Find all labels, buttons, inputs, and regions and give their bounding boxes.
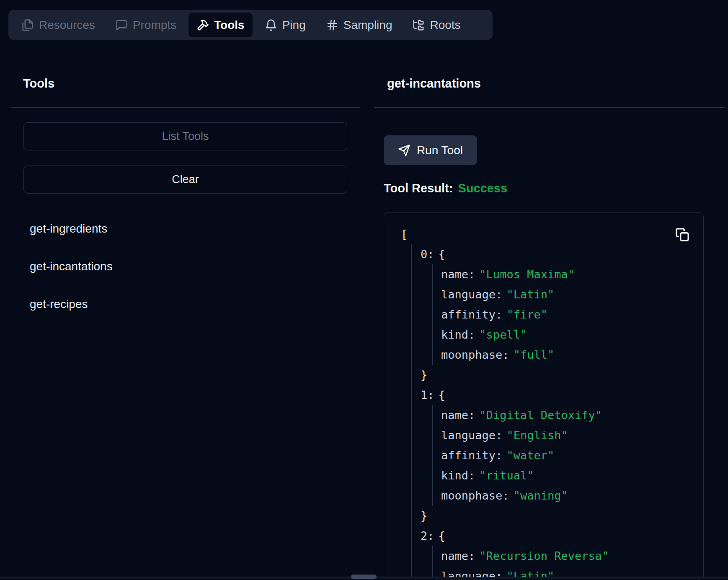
clear-button[interactable]: Clear — [23, 166, 347, 194]
tab-prompts[interactable]: Prompts — [107, 13, 184, 37]
tab-resources[interactable]: Resources — [13, 13, 103, 37]
message-square-icon — [115, 19, 128, 31]
entry-index: 2: — [421, 529, 434, 542]
json-object-children: name:"Lumos Maxima" language:"Latin" aff… — [432, 264, 674, 365]
tab-sampling[interactable]: Sampling — [318, 13, 400, 37]
json-property: moonphase:"full" — [441, 345, 674, 365]
json-property: moonphase:"waning" — [441, 486, 674, 506]
pane-resize-handle[interactable] — [351, 575, 377, 579]
json-object-children: name:"Recursion Reversa" language:"Latin… — [432, 546, 674, 580]
tool-list-item-get-recipes[interactable]: get-recipes — [30, 294, 113, 314]
files-icon — [21, 19, 34, 31]
tab-label: Ping — [282, 18, 306, 32]
json-object-children: name:"Digital Detoxify" language:"Englis… — [432, 405, 674, 506]
tab-ping[interactable]: Ping — [257, 13, 314, 37]
json-property: name:"Recursion Reversa" — [441, 546, 674, 566]
status-badge: Success — [458, 181, 507, 195]
left-panel-divider — [10, 107, 360, 108]
object-close-bracket: } — [421, 368, 427, 381]
tab-tools[interactable]: Tools — [188, 13, 253, 37]
json-property: affinity:"water" — [441, 445, 674, 466]
send-icon — [398, 144, 410, 157]
tab-roots[interactable]: Roots — [404, 13, 468, 37]
json-property: name:"Lumos Maxima" — [441, 264, 674, 285]
json-property: kind:"ritual" — [441, 466, 674, 486]
tab-label: Resources — [39, 18, 95, 32]
tool-result-json-panel[interactable]: [ 0:{ name:"Lumos Maxima" language:"Lati… — [384, 212, 704, 580]
tool-result-line: Tool Result:Success — [384, 181, 507, 195]
copy-button[interactable] — [674, 226, 691, 243]
mcp-inspector-screen: Resources Prompts Tools Ping Sampling Ro… — [0, 0, 728, 580]
run-tool-button[interactable]: Run Tool — [384, 135, 477, 165]
tool-list-item-get-ingredients[interactable]: get-ingredients — [30, 219, 113, 239]
entry-index: 0: — [421, 248, 434, 261]
json-property: kind:"spell" — [441, 325, 674, 345]
json-property: affinity:"fire" — [441, 305, 674, 325]
tools-panel-title: Tools — [23, 77, 54, 91]
tool-list-item-get-incantations[interactable]: get-incantations — [30, 256, 113, 277]
hash-icon — [326, 19, 338, 31]
copy-icon — [675, 228, 689, 242]
hammer-icon — [196, 19, 209, 31]
tab-label: Sampling — [343, 18, 392, 32]
tab-label: Prompts — [133, 18, 176, 32]
json-tree: [ 0:{ name:"Lumos Maxima" language:"Lati… — [384, 212, 703, 580]
right-panel-divider — [374, 107, 725, 108]
top-tab-bar: Resources Prompts Tools Ping Sampling Ro… — [8, 10, 493, 40]
object-close-bracket: } — [421, 509, 427, 522]
list-tools-button[interactable]: List Tools — [23, 122, 347, 150]
bell-icon — [265, 19, 277, 31]
tab-label: Tools — [214, 18, 245, 32]
tab-label: Roots — [430, 18, 460, 32]
array-open-bracket: [ — [401, 228, 408, 241]
selected-tool-title: get-incantations — [387, 77, 481, 91]
tool-result-label: Tool Result: — [384, 181, 453, 195]
json-property: name:"Digital Detoxify" — [441, 405, 674, 425]
json-property: language:"English" — [441, 425, 674, 445]
tool-list: get-ingredients get-incantations get-rec… — [30, 219, 113, 314]
json-array-children: 0:{ name:"Lumos Maxima" language:"Latin"… — [411, 244, 674, 580]
folder-tree-icon — [412, 19, 425, 31]
entry-index: 1: — [421, 388, 434, 401]
run-tool-label: Run Tool — [417, 144, 463, 157]
json-property: language:"Latin" — [441, 285, 674, 305]
